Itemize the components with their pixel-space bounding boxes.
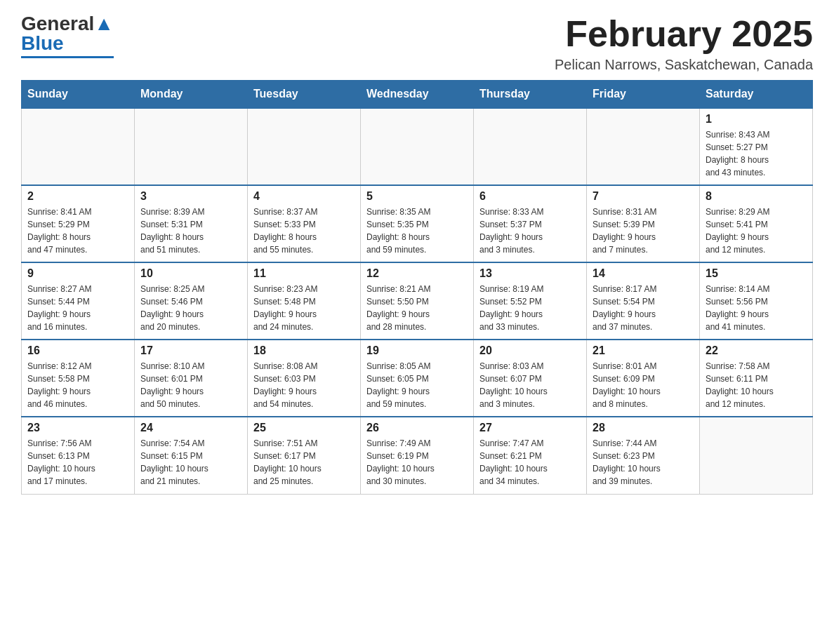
calendar-cell: 12Sunrise: 8:21 AMSunset: 5:50 PMDayligh… bbox=[361, 262, 474, 340]
day-number: 2 bbox=[27, 190, 128, 203]
calendar-cell bbox=[248, 108, 361, 185]
weekday-header-monday: Monday bbox=[135, 81, 248, 109]
day-info: Sunrise: 8:37 AMSunset: 5:33 PMDaylight:… bbox=[253, 206, 355, 256]
calendar-cell bbox=[700, 417, 813, 494]
calendar-cell: 28Sunrise: 7:44 AMSunset: 6:23 PMDayligh… bbox=[587, 417, 700, 494]
day-number: 24 bbox=[140, 422, 241, 434]
day-info: Sunrise: 8:43 AMSunset: 5:27 PMDaylight:… bbox=[706, 128, 807, 179]
day-number: 11 bbox=[253, 267, 355, 280]
logo-underline bbox=[21, 56, 114, 58]
calendar-cell bbox=[22, 108, 135, 185]
calendar-cell: 19Sunrise: 8:05 AMSunset: 6:05 PMDayligh… bbox=[361, 340, 474, 417]
day-number: 4 bbox=[253, 190, 355, 203]
calendar-cell: 13Sunrise: 8:19 AMSunset: 5:52 PMDayligh… bbox=[474, 262, 587, 340]
day-info: Sunrise: 8:39 AMSunset: 5:31 PMDaylight:… bbox=[140, 206, 241, 256]
day-number: 28 bbox=[593, 422, 694, 434]
day-info: Sunrise: 8:23 AMSunset: 5:48 PMDaylight:… bbox=[253, 283, 355, 333]
location-title: Pelican Narrows, Saskatchewan, Canada bbox=[555, 57, 813, 73]
day-number: 26 bbox=[366, 422, 468, 434]
day-info: Sunrise: 8:14 AMSunset: 5:56 PMDaylight:… bbox=[706, 283, 807, 333]
calendar-cell: 1Sunrise: 8:43 AMSunset: 5:27 PMDaylight… bbox=[700, 108, 813, 185]
calendar-cell: 5Sunrise: 8:35 AMSunset: 5:35 PMDaylight… bbox=[361, 185, 474, 262]
calendar-cell: 23Sunrise: 7:56 AMSunset: 6:13 PMDayligh… bbox=[22, 417, 135, 494]
weekday-header-wednesday: Wednesday bbox=[361, 81, 474, 109]
weekday-header-sunday: Sunday bbox=[22, 81, 135, 109]
day-info: Sunrise: 8:01 AMSunset: 6:09 PMDaylight:… bbox=[593, 360, 694, 410]
calendar-cell bbox=[587, 108, 700, 185]
calendar-cell: 3Sunrise: 8:39 AMSunset: 5:31 PMDaylight… bbox=[135, 185, 248, 262]
day-info: Sunrise: 8:35 AMSunset: 5:35 PMDaylight:… bbox=[366, 206, 468, 256]
day-info: Sunrise: 7:56 AMSunset: 6:13 PMDaylight:… bbox=[27, 437, 128, 488]
day-info: Sunrise: 8:27 AMSunset: 5:44 PMDaylight:… bbox=[27, 283, 128, 333]
calendar-cell: 17Sunrise: 8:10 AMSunset: 6:01 PMDayligh… bbox=[135, 340, 248, 417]
calendar-cell: 10Sunrise: 8:25 AMSunset: 5:46 PMDayligh… bbox=[135, 262, 248, 340]
day-info: Sunrise: 8:05 AMSunset: 6:05 PMDaylight:… bbox=[366, 360, 468, 410]
weekday-header-thursday: Thursday bbox=[474, 81, 587, 109]
month-title: February 2025 bbox=[555, 14, 813, 54]
calendar-cell: 11Sunrise: 8:23 AMSunset: 5:48 PMDayligh… bbox=[248, 262, 361, 340]
day-info: Sunrise: 8:12 AMSunset: 5:58 PMDaylight:… bbox=[27, 360, 128, 410]
day-info: Sunrise: 7:47 AMSunset: 6:21 PMDaylight:… bbox=[479, 437, 581, 488]
day-info: Sunrise: 7:44 AMSunset: 6:23 PMDaylight:… bbox=[593, 437, 694, 488]
calendar-cell bbox=[474, 108, 587, 185]
day-number: 5 bbox=[366, 190, 468, 203]
day-number: 18 bbox=[253, 344, 355, 357]
day-info: Sunrise: 7:49 AMSunset: 6:19 PMDaylight:… bbox=[366, 437, 468, 488]
logo-blue-text: Blue bbox=[21, 32, 64, 54]
day-number: 10 bbox=[140, 267, 241, 280]
calendar-cell: 21Sunrise: 8:01 AMSunset: 6:09 PMDayligh… bbox=[587, 340, 700, 417]
day-info: Sunrise: 8:31 AMSunset: 5:39 PMDaylight:… bbox=[593, 206, 694, 256]
day-number: 23 bbox=[27, 422, 128, 434]
calendar-cell: 26Sunrise: 7:49 AMSunset: 6:19 PMDayligh… bbox=[361, 417, 474, 494]
day-info: Sunrise: 8:19 AMSunset: 5:52 PMDaylight:… bbox=[479, 283, 581, 333]
day-number: 9 bbox=[27, 267, 128, 280]
calendar-table: SundayMondayTuesdayWednesdayThursdayFrid… bbox=[21, 80, 813, 495]
weekday-header-friday: Friday bbox=[587, 81, 700, 109]
day-info: Sunrise: 7:54 AMSunset: 6:15 PMDaylight:… bbox=[140, 437, 241, 488]
day-number: 6 bbox=[479, 190, 581, 203]
calendar-cell: 22Sunrise: 7:58 AMSunset: 6:11 PMDayligh… bbox=[700, 340, 813, 417]
day-number: 14 bbox=[593, 267, 694, 280]
day-number: 7 bbox=[593, 190, 694, 203]
day-info: Sunrise: 7:58 AMSunset: 6:11 PMDaylight:… bbox=[706, 360, 807, 410]
day-info: Sunrise: 8:33 AMSunset: 5:37 PMDaylight:… bbox=[479, 206, 581, 256]
calendar-cell: 16Sunrise: 8:12 AMSunset: 5:58 PMDayligh… bbox=[22, 340, 135, 417]
week-row-2: 2Sunrise: 8:41 AMSunset: 5:29 PMDaylight… bbox=[22, 185, 813, 262]
calendar-cell: 15Sunrise: 8:14 AMSunset: 5:56 PMDayligh… bbox=[700, 262, 813, 340]
day-number: 27 bbox=[479, 422, 581, 434]
weekday-header-saturday: Saturday bbox=[700, 81, 813, 109]
week-row-4: 16Sunrise: 8:12 AMSunset: 5:58 PMDayligh… bbox=[22, 340, 813, 417]
weekday-header-tuesday: Tuesday bbox=[248, 81, 361, 109]
calendar-cell: 18Sunrise: 8:08 AMSunset: 6:03 PMDayligh… bbox=[248, 340, 361, 417]
week-row-3: 9Sunrise: 8:27 AMSunset: 5:44 PMDaylight… bbox=[22, 262, 813, 340]
day-number: 8 bbox=[706, 190, 807, 203]
logo-triangle-icon: ▲ bbox=[94, 13, 114, 34]
day-number: 19 bbox=[366, 344, 468, 357]
calendar-cell: 2Sunrise: 8:41 AMSunset: 5:29 PMDaylight… bbox=[22, 185, 135, 262]
calendar-cell: 6Sunrise: 8:33 AMSunset: 5:37 PMDaylight… bbox=[474, 185, 587, 262]
calendar-cell: 9Sunrise: 8:27 AMSunset: 5:44 PMDaylight… bbox=[22, 262, 135, 340]
logo: General▲ Blue bbox=[21, 14, 114, 58]
calendar-cell: 27Sunrise: 7:47 AMSunset: 6:21 PMDayligh… bbox=[474, 417, 587, 494]
calendar-cell: 25Sunrise: 7:51 AMSunset: 6:17 PMDayligh… bbox=[248, 417, 361, 494]
day-info: Sunrise: 8:29 AMSunset: 5:41 PMDaylight:… bbox=[706, 206, 807, 256]
weekday-header-row: SundayMondayTuesdayWednesdayThursdayFrid… bbox=[22, 81, 813, 109]
logo-text: General▲ Blue bbox=[21, 14, 114, 53]
day-number: 15 bbox=[706, 267, 807, 280]
day-info: Sunrise: 8:25 AMSunset: 5:46 PMDaylight:… bbox=[140, 283, 241, 333]
calendar-cell: 8Sunrise: 8:29 AMSunset: 5:41 PMDaylight… bbox=[700, 185, 813, 262]
day-number: 1 bbox=[706, 113, 807, 126]
week-row-5: 23Sunrise: 7:56 AMSunset: 6:13 PMDayligh… bbox=[22, 417, 813, 494]
day-info: Sunrise: 8:03 AMSunset: 6:07 PMDaylight:… bbox=[479, 360, 581, 410]
day-info: Sunrise: 8:21 AMSunset: 5:50 PMDaylight:… bbox=[366, 283, 468, 333]
calendar-cell bbox=[135, 108, 248, 185]
calendar-cell: 14Sunrise: 8:17 AMSunset: 5:54 PMDayligh… bbox=[587, 262, 700, 340]
day-number: 13 bbox=[479, 267, 581, 280]
day-number: 17 bbox=[140, 344, 241, 357]
day-info: Sunrise: 8:17 AMSunset: 5:54 PMDaylight:… bbox=[593, 283, 694, 333]
day-number: 12 bbox=[366, 267, 468, 280]
calendar-cell: 24Sunrise: 7:54 AMSunset: 6:15 PMDayligh… bbox=[135, 417, 248, 494]
calendar-cell: 20Sunrise: 8:03 AMSunset: 6:07 PMDayligh… bbox=[474, 340, 587, 417]
title-section: February 2025 Pelican Narrows, Saskatche… bbox=[555, 14, 813, 73]
day-number: 22 bbox=[706, 344, 807, 357]
